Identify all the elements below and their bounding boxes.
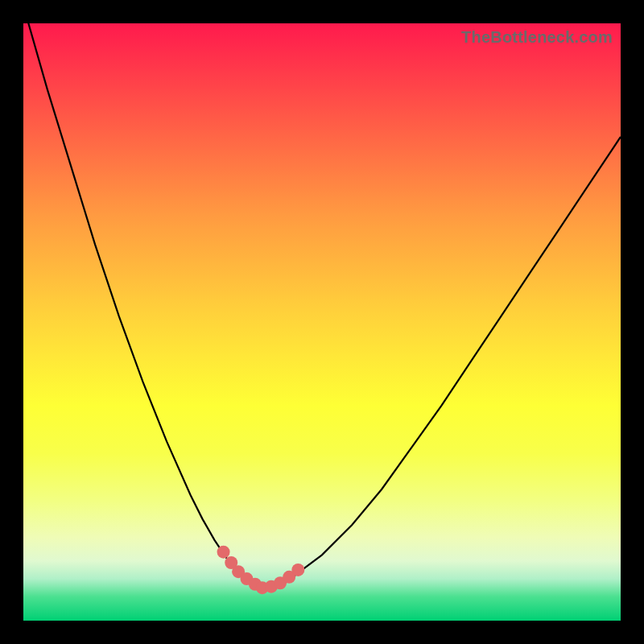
curve-left-branch — [23, 23, 262, 591]
curve-right-branch — [262, 137, 621, 591]
plot-area: TheBottleneck.com — [23, 23, 621, 621]
data-marker — [291, 564, 304, 576]
data-marker — [217, 546, 230, 559]
curve-layer — [23, 23, 621, 621]
chart-frame: TheBottleneck.com — [0, 0, 644, 644]
marker-group — [217, 546, 305, 595]
